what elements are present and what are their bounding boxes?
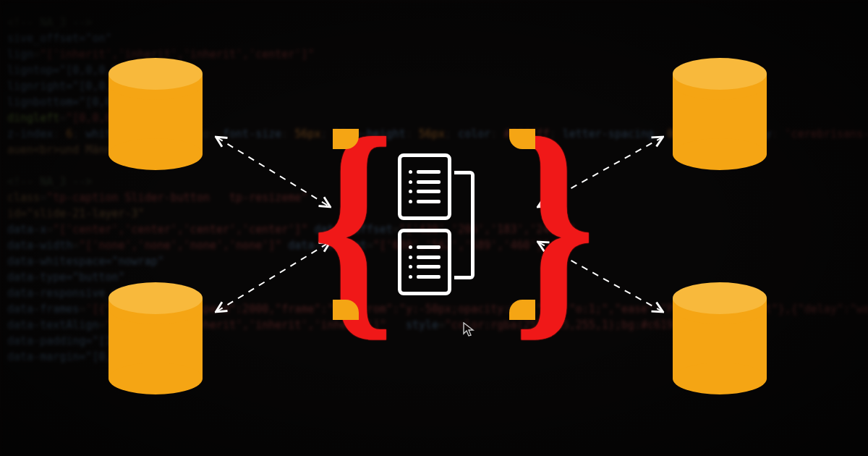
database-top-left-icon	[109, 58, 203, 170]
database-bottom-right-icon	[673, 282, 767, 394]
curly-brace-left-icon: {	[308, 130, 359, 318]
mouse-cursor-icon	[463, 322, 475, 338]
document-icon	[398, 229, 451, 295]
grouping-bracket-icon	[454, 171, 475, 279]
center-schema-group: { }	[333, 130, 535, 318]
document-icon	[398, 153, 451, 220]
database-top-right-icon	[673, 58, 767, 170]
diagram-stage: <!-- NA_3 --> sive_offset="on" lign="['i…	[0, 0, 868, 456]
document-pair	[398, 153, 470, 298]
database-bottom-left-icon	[109, 282, 203, 394]
curly-brace-right-icon: }	[509, 130, 560, 318]
